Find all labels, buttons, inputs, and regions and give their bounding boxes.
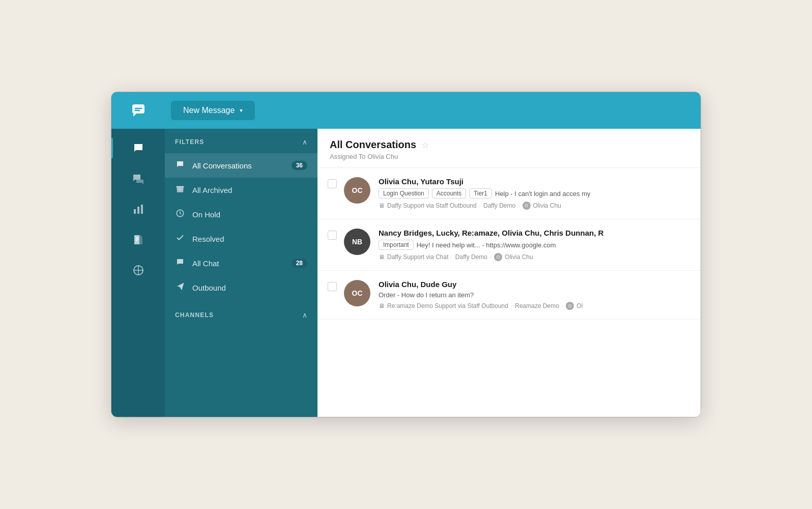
filter-check-icon <box>175 233 185 244</box>
main-body: FILTERS ∧ All Conversations 36 All Archi… <box>111 129 701 417</box>
channels-section-label: CHANNELS <box>175 312 214 319</box>
conversation-names-3: Olivia Chu, Dude Guy <box>379 280 690 289</box>
sidebar-icon-chat[interactable] <box>111 134 165 162</box>
filter-item-all-conversations[interactable]: All Conversations 36 <box>165 153 317 178</box>
filters-collapse-icon[interactable]: ∧ <box>302 138 307 146</box>
conversations-list: OC Olivia Chu, Yutaro Tsuji Login Questi… <box>317 168 701 417</box>
app-container: New Message ▾ <box>111 92 701 417</box>
conversation-agent-3: Ol <box>576 302 583 309</box>
conversation-meta-3: 🖥 Re:amaze Demo Support via Staff Outbou… <box>379 302 690 310</box>
filters-header: FILTERS ∧ <box>165 129 317 153</box>
filter-item-outbound[interactable]: Outbound <box>165 275 317 300</box>
filter-badge-all-chat: 28 <box>292 259 307 268</box>
conversation-tags-1: Login Question Accounts Tier1 Help - I c… <box>379 188 690 199</box>
table-row[interactable]: OC Olivia Chu, Dude Guy Order - How do I… <box>317 271 701 320</box>
channel-icon-1: 🖥 <box>379 202 385 209</box>
filter-label-on-hold: On Hold <box>192 210 307 219</box>
svg-rect-1 <box>137 207 139 214</box>
agent-avatar-1: O <box>523 202 531 210</box>
filters-panel: FILTERS ∧ All Conversations 36 All Archi… <box>165 129 317 417</box>
channel-icon-2: 🖥 <box>379 253 385 261</box>
filter-label-all-archived: All Archived <box>192 186 307 194</box>
channels-collapse-icon[interactable]: ∧ <box>302 311 307 319</box>
conversation-names-2: Nancy Bridges, Lucky, Re:amaze, Olivia C… <box>379 229 690 237</box>
logo-area <box>111 92 165 129</box>
conversation-preview-1: Help - I can't login and acces my <box>495 190 590 197</box>
avatar: NB <box>344 229 370 255</box>
conversation-store-3: Reamaze Demo <box>515 302 559 309</box>
conversation-names-1: Olivia Chu, Yutaro Tsuji <box>379 177 690 186</box>
avatar: OC <box>344 177 370 204</box>
filter-item-all-chat[interactable]: All Chat 28 <box>165 251 317 275</box>
conversations-subtitle: Assigned To Olivia Chu <box>330 153 688 160</box>
conversation-channel-3: Re:amaze Demo Support via Staff Outbound <box>387 302 508 309</box>
avatar: OC <box>344 280 370 306</box>
top-header: New Message ▾ <box>111 92 701 129</box>
conversation-channel-1: Daffy Support via Staff Outbound <box>387 202 477 209</box>
conversation-agent-1: Olivia Chu <box>533 202 561 209</box>
star-icon[interactable]: ☆ <box>421 139 429 151</box>
new-message-label: New Message <box>183 106 235 115</box>
tag-accounts: Accounts <box>432 188 466 199</box>
conversation-checkbox-2[interactable] <box>328 231 337 240</box>
conversation-content-2: Nancy Bridges, Lucky, Re:amaze, Olivia C… <box>379 229 690 261</box>
icon-sidebar <box>111 129 165 417</box>
conversation-meta-1: 🖥 Daffy Support via Staff Outbound · Daf… <box>379 202 690 210</box>
filters-section-label: FILTERS <box>175 138 205 146</box>
filter-chat-icon <box>175 160 185 171</box>
conversation-content-1: Olivia Chu, Yutaro Tsuji Login Question … <box>379 177 690 210</box>
conversation-meta-2: 🖥 Daffy Support via Chat · Daffy Demo · … <box>379 253 690 261</box>
filter-allchat-icon <box>175 258 185 269</box>
filter-label-outbound: Outbound <box>192 284 307 292</box>
svg-rect-0 <box>134 209 136 214</box>
logo-icon <box>129 101 148 120</box>
channels-header: CHANNELS ∧ <box>165 302 317 326</box>
agent-avatar-3: O <box>566 302 574 310</box>
conversation-tags-3: Order - How do I return an item? <box>379 291 690 299</box>
conversation-preview-3: Order - How do I return an item? <box>379 291 474 299</box>
conversation-store-2: Daffy Demo <box>455 253 487 261</box>
sidebar-icon-knowledge[interactable] <box>111 225 165 254</box>
svg-rect-9 <box>177 186 184 187</box>
sidebar-icon-conversations[interactable] <box>111 164 165 193</box>
sidebar-icon-compass[interactable] <box>111 256 165 285</box>
chevron-down-icon: ▾ <box>240 107 243 114</box>
filter-item-resolved[interactable]: Resolved <box>165 227 317 251</box>
filter-label-all-conversations: All Conversations <box>192 161 284 170</box>
conversations-title: All Conversations <box>330 139 416 151</box>
channel-icon-3: 🖥 <box>379 302 385 309</box>
conversation-preview-2: Hey! I need help wit... - https://www.go… <box>417 241 556 249</box>
filter-archive-icon <box>175 184 185 195</box>
conversation-tags-2: Important Hey! I need help wit... - http… <box>379 240 690 250</box>
table-row[interactable]: OC Olivia Chu, Yutaro Tsuji Login Questi… <box>317 168 701 219</box>
conversations-title-row: All Conversations ☆ <box>330 139 688 151</box>
conversation-checkbox-3[interactable] <box>328 282 337 291</box>
conversation-channel-2: Daffy Support via Chat <box>387 253 449 261</box>
conversation-checkbox-1[interactable] <box>328 179 337 188</box>
conversation-agent-2: Olivia Chu <box>505 253 533 261</box>
conversation-content-3: Olivia Chu, Dude Guy Order - How do I re… <box>379 280 690 310</box>
conversations-panel: All Conversations ☆ Assigned To Olivia C… <box>317 129 701 417</box>
filter-item-on-hold[interactable]: On Hold <box>165 202 317 227</box>
svg-rect-2 <box>141 205 143 214</box>
filter-item-all-archived[interactable]: All Archived <box>165 178 317 202</box>
filter-label-all-chat: All Chat <box>192 259 284 268</box>
tag-important: Important <box>379 240 414 250</box>
agent-avatar-2: O <box>494 253 502 261</box>
conversations-header: All Conversations ☆ Assigned To Olivia C… <box>317 129 701 168</box>
filter-clock-icon <box>175 209 185 220</box>
tag-tier1: Tier1 <box>469 188 492 199</box>
table-row[interactable]: NB Nancy Bridges, Lucky, Re:amaze, Olivi… <box>317 219 701 271</box>
filter-label-resolved: Resolved <box>192 235 307 243</box>
filter-outbound-icon <box>175 282 185 293</box>
sidebar-icon-reports[interactable] <box>111 195 165 223</box>
tag-login-question: Login Question <box>379 188 429 199</box>
conversation-store-1: Daffy Demo <box>483 202 515 209</box>
new-message-button[interactable]: New Message ▾ <box>171 101 255 120</box>
filter-badge-all-conversations: 36 <box>292 161 307 170</box>
